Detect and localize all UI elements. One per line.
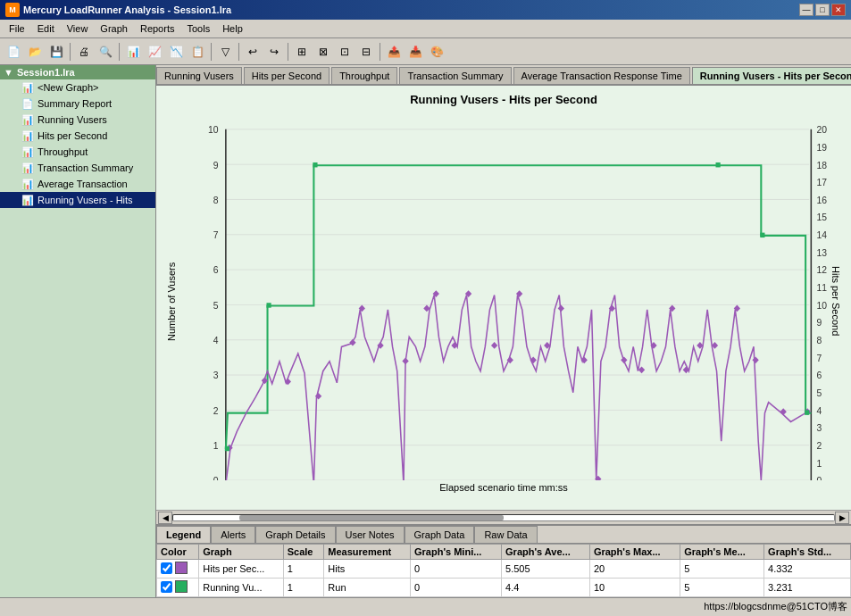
scrollbar-track[interactable] [172, 514, 835, 521]
legend-avg-1: 4.4 [502, 579, 590, 597]
chart-btn2[interactable]: 📈 [145, 42, 164, 62]
sidebar-item-hits-per-second[interactable]: 📊 Hits per Second [0, 128, 155, 144]
tool2[interactable]: ⊠ [313, 42, 333, 62]
bottom-tab-graph-data[interactable]: Graph Data [405, 526, 475, 543]
tab-running-vusers[interactable]: Running Vusers [156, 67, 242, 84]
tool4[interactable]: ⊟ [356, 42, 376, 62]
sidebar-item-throughput[interactable]: 📊 Throughput [0, 144, 155, 160]
menu-tools[interactable]: Tools [181, 21, 215, 36]
sep4 [238, 43, 239, 61]
col-graph: Graph [199, 545, 283, 560]
svg-text:10: 10 [817, 300, 828, 311]
scroll-left-btn[interactable]: ◀ [158, 512, 172, 524]
tool1[interactable]: ⊞ [292, 42, 312, 62]
sidebar-item-running-vusers-hits[interactable]: 📊 Running Vusers - Hits [0, 192, 155, 208]
open-btn[interactable]: 📂 [25, 42, 45, 62]
chart-btn4[interactable]: 📋 [188, 42, 207, 62]
tab-running-vusers-hits[interactable]: Running Vusers - Hits per Second [692, 67, 851, 86]
sidebar-summary-report-label: Summary Report [38, 98, 112, 109]
sep3 [211, 43, 212, 61]
legend-scale-0: 1 [283, 560, 324, 579]
hits-per-second-icon: 📊 [21, 129, 34, 142]
print-preview-btn[interactable]: 🔍 [96, 42, 115, 62]
running-vusers-icon: 📊 [21, 113, 34, 126]
tool7[interactable]: 🎨 [427, 42, 446, 62]
tree-collapse-icon: ▼ [4, 67, 13, 78]
running-vusers-hits-icon: 📊 [21, 194, 34, 206]
tab-avg-transaction-response[interactable]: Average Transaction Response Time [513, 67, 690, 84]
bottom-tab-legend[interactable]: Legend [156, 526, 211, 543]
bottom-tab-raw-data[interactable]: Raw Data [474, 526, 537, 543]
sidebar-item-transaction-summary[interactable]: 📊 Transaction Summary [0, 160, 155, 176]
menu-edit[interactable]: Edit [32, 21, 60, 36]
tab-transaction-summary[interactable]: Transaction Summary [399, 67, 511, 84]
legend-color-1 [157, 579, 199, 597]
svg-text:3: 3 [817, 422, 822, 433]
svg-text:3: 3 [213, 370, 219, 380]
tab-hits-per-second[interactable]: Hits per Second [244, 67, 330, 84]
menu-help[interactable]: Help [217, 21, 248, 36]
sidebar-item-running-vusers[interactable]: 📊 Running Vusers [0, 112, 155, 128]
svg-text:5: 5 [817, 387, 822, 398]
bottom-tab-user-notes[interactable]: User Notes [336, 526, 405, 543]
minimize-button[interactable]: — [799, 4, 813, 16]
chart-btn3[interactable]: 📉 [166, 42, 186, 62]
legend-graph-1: Running Vu... [199, 579, 283, 597]
svg-text:7: 7 [213, 229, 219, 240]
legend-scale-1: 1 [283, 579, 324, 597]
main-layout: ▼ Session1.lra 📊 <New Graph> 📄 Summary R… [0, 65, 851, 597]
app-icon: M [5, 3, 20, 17]
chart-svg-container: 10 9 8 7 6 5 4 3 2 1 0 [179, 110, 828, 480]
chart-area: Running Vusers - Hits per Second Number … [156, 86, 851, 510]
bottom-tab-alerts[interactable]: Alerts [211, 526, 255, 543]
bottom-content: Color Graph Scale Measurement Graph's Mi… [156, 544, 851, 597]
tool6[interactable]: 📥 [405, 42, 425, 62]
scrollbar-thumb[interactable] [239, 515, 504, 520]
new-btn[interactable]: 📄 [4, 42, 23, 62]
legend-check-1[interactable] [161, 581, 172, 593]
svg-text:2: 2 [817, 440, 822, 451]
legend-avg-0: 5.505 [502, 560, 590, 579]
sidebar-item-summary-report[interactable]: 📄 Summary Report [0, 96, 155, 112]
legend-color-0 [157, 560, 199, 579]
summary-report-icon: 📄 [21, 97, 34, 110]
legend-min-1: 0 [411, 579, 502, 597]
undo-btn[interactable]: ↩ [243, 42, 263, 62]
legend-measurement-1: Run [324, 579, 411, 597]
save-btn[interactable]: 💾 [46, 42, 66, 62]
menu-graph[interactable]: Graph [95, 21, 133, 36]
bottom-tab-graph-details[interactable]: Graph Details [255, 526, 335, 543]
scroll-right-btn[interactable]: ▶ [835, 512, 849, 524]
tool3[interactable]: ⊡ [335, 42, 355, 62]
svg-text:15: 15 [817, 212, 828, 222]
chart-btn1[interactable]: 📊 [123, 42, 143, 62]
tool5[interactable]: 📤 [384, 42, 404, 62]
legend-std-1: 3.231 [764, 579, 851, 597]
redo-btn[interactable]: ↪ [264, 42, 284, 62]
svg-text:9: 9 [213, 159, 219, 170]
sidebar-root[interactable]: ▼ Session1.lra [0, 65, 155, 79]
y-axis-left-label: Number of Vusers [163, 110, 179, 493]
transaction-summary-icon: 📊 [21, 162, 34, 174]
legend-check-0[interactable] [161, 562, 172, 574]
svg-text:17: 17 [817, 177, 828, 187]
filter-btn[interactable]: ▽ [215, 42, 235, 62]
close-button[interactable]: ✕ [831, 4, 846, 16]
menu-reports[interactable]: Reports [135, 21, 180, 36]
svg-text:8: 8 [213, 195, 219, 205]
svg-rect-97 [760, 233, 764, 237]
sidebar-new-graph[interactable]: 📊 <New Graph> [0, 79, 155, 96]
menu-file[interactable]: File [4, 21, 30, 36]
bottom-panel: Legend Alerts Graph Details User Notes G… [156, 524, 851, 597]
print-btn[interactable]: 🖨 [74, 42, 94, 62]
legend-row-1: Running Vu... 1 Run 0 4.4 10 5 3.231 [157, 579, 851, 597]
sidebar-item-average-transaction[interactable]: 📊 Average Transaction [0, 176, 155, 192]
sidebar-running-vusers-label: Running Vusers [38, 114, 107, 125]
menu-view[interactable]: View [62, 21, 94, 36]
svg-rect-93 [225, 446, 229, 451]
tab-throughput[interactable]: Throughput [331, 67, 397, 84]
avg-transaction-icon: 📊 [21, 178, 34, 190]
content-area: Running Vusers Hits per Second Throughpu… [156, 65, 851, 597]
col-max: Graph's Max... [589, 545, 680, 560]
maximize-button[interactable]: □ [815, 4, 830, 16]
